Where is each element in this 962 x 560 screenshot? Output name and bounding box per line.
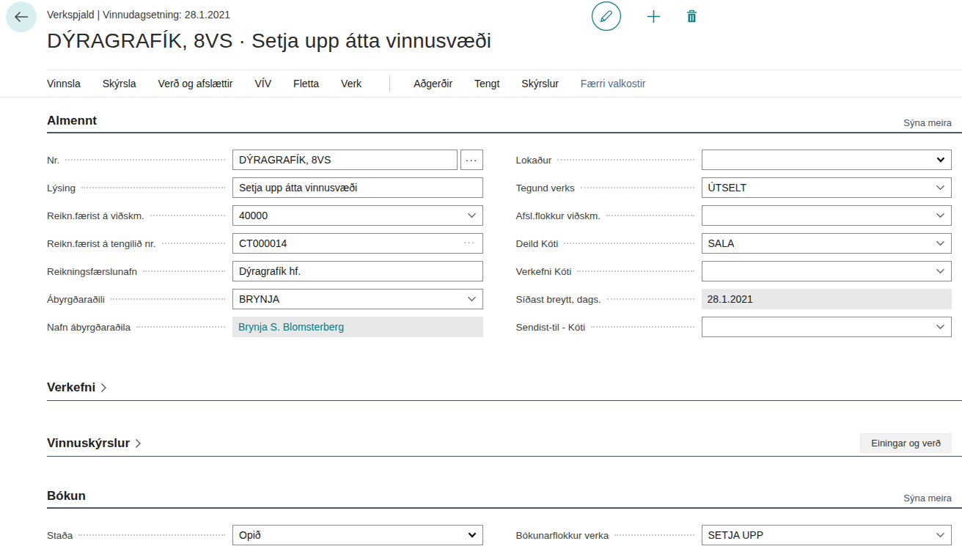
menu-item-ver-og-afsl-ttir[interactable]: Verð og afslættir — [158, 78, 233, 89]
field-label: Tegund verks — [516, 183, 575, 194]
section-header-almennt: Almennt Sýna meira — [47, 114, 962, 133]
chevron-down-icon[interactable] — [467, 296, 477, 303]
field-row-reikningsf-rslunafn: ReikningsfærslunafnDýragrafík hf. — [47, 261, 483, 281]
chevron-down-icon[interactable] — [936, 268, 945, 275]
menu-item-sk-rsla[interactable]: Skýrsla — [103, 78, 136, 89]
section-title[interactable]: Bókun — [47, 489, 86, 504]
section-toggle-vinnuskyrslur[interactable]: Vinnuskýrslur — [47, 436, 142, 451]
field-label-wrap: Nafn ábyrgðaraðila — [47, 322, 232, 333]
field-input[interactable]: CT000014··· — [232, 233, 483, 254]
record-actions — [591, 0, 698, 32]
menu-item-verk[interactable]: Verk — [341, 78, 361, 89]
einingar-og-verd-button[interactable]: Einingar og verð — [860, 433, 952, 453]
trash-icon — [686, 9, 698, 23]
dotted-leader — [591, 326, 694, 328]
field-input: Brynja S. Blomsterberg — [232, 317, 483, 337]
show-more-link[interactable]: Sýna meira — [903, 117, 952, 128]
fewer-options-link[interactable]: Færri valkostir — [581, 78, 646, 89]
menu-item-fletta[interactable]: Fletta — [293, 78, 319, 89]
field-value: SALA — [708, 237, 735, 249]
section-header-bokun: Bókun Sýna meira — [47, 489, 962, 509]
field-row-reikn-f-rist-tengili-nr: Reikn.færist á tengilið nr.CT000014··· — [47, 233, 483, 254]
field-row-tegund-verks: Tegund verksÚTSELT — [516, 177, 952, 198]
fields-left-column: StaðaOpið — [47, 525, 483, 553]
field-control — [702, 261, 952, 281]
select-chevron-icon[interactable] — [468, 532, 477, 539]
field-label-wrap: Staða — [47, 530, 232, 541]
field-input[interactable]: SETJA UPP — [702, 525, 952, 545]
field-input[interactable]: 40000 — [232, 205, 483, 226]
field-input[interactable]: DÝRAGRAFÍK, 8VS — [232, 150, 458, 170]
section-title: Verkefni — [47, 380, 95, 395]
field-label-wrap: Tegund verks — [516, 183, 702, 194]
field-label: Síðast breytt, dags. — [516, 294, 601, 305]
section-header-vinnuskyrslur: Vinnuskýrslur Einingar og verð — [47, 433, 962, 457]
back-button[interactable] — [6, 1, 37, 32]
field-input[interactable] — [702, 317, 952, 337]
menu-item-v-v[interactable]: VÍV — [255, 78, 272, 89]
field-value: BRYNJA — [239, 293, 279, 305]
lookup-ellipsis-icon[interactable]: ··· — [463, 236, 476, 248]
field-control: 40000 — [232, 205, 483, 226]
field-input[interactable]: Opið — [232, 525, 483, 545]
field-label: Sendist-til - Kóti — [516, 322, 586, 333]
field-control: SALA — [702, 233, 952, 254]
field-input[interactable] — [702, 261, 952, 281]
field-label: Lokaður — [516, 155, 552, 166]
chevron-down-icon[interactable] — [936, 213, 945, 219]
field-row-nr: Nr.DÝRAGRAFÍK, 8VS··· — [47, 150, 483, 170]
menu-item-a-ger-ir[interactable]: Aðgerðir — [414, 78, 452, 89]
edit-button[interactable] — [591, 1, 622, 32]
section-toggle-verkefni[interactable]: Verkefni — [47, 380, 107, 395]
field-control: 28.1.2021 — [702, 289, 952, 309]
field-value: ÚTSELT — [708, 182, 747, 194]
field-row-loka-ur: Lokaður — [516, 150, 952, 170]
chevron-right-icon — [100, 383, 107, 393]
chevron-down-icon[interactable] — [936, 532, 945, 539]
chevron-down-icon[interactable] — [467, 213, 477, 219]
field-control: CT000014··· — [232, 233, 483, 254]
field-label: Deild Kóti — [516, 238, 559, 249]
dotted-leader — [607, 298, 694, 300]
field-input[interactable]: Setja upp átta vinnusvæði — [232, 177, 483, 198]
field-input[interactable]: ÚTSELT — [702, 177, 952, 198]
select-chevron-icon[interactable] — [936, 157, 945, 163]
dotted-leader — [614, 534, 694, 536]
field-input[interactable]: Dýragrafík hf. — [232, 261, 483, 281]
chevron-down-icon[interactable] — [936, 324, 945, 331]
menu-item-tengt[interactable]: Tengt — [474, 78, 499, 89]
action-menubar: VinnslaSkýrslaVerð og afslættirVÍVFletta… — [0, 70, 962, 97]
dotted-leader — [111, 298, 225, 300]
show-more-link[interactable]: Sýna meira — [903, 493, 952, 504]
field-input[interactable] — [702, 150, 952, 170]
field-row-byrg-ara-ili: ÁbyrgðaraðiliBRYNJA — [47, 289, 483, 309]
field-row-sta-a: StaðaOpið — [47, 525, 483, 545]
assist-edit-button[interactable]: ··· — [460, 150, 483, 170]
field-control: SETJA UPP — [702, 525, 952, 545]
field-value: Setja upp átta vinnusvæði — [239, 182, 357, 194]
field-value-link[interactable]: Brynja S. Blomsterberg — [238, 321, 344, 333]
section-title[interactable]: Almennt — [47, 114, 97, 128]
field-row-reikn-f-rist-vi-skm: Reikn.færist á viðskm.40000 — [47, 205, 483, 226]
menu-item-sk-rslur[interactable]: Skýrslur — [521, 78, 559, 89]
chevron-down-icon[interactable] — [936, 240, 945, 247]
field-label-wrap: Nr. — [47, 155, 232, 166]
field-row-verkefni-k-ti: Verkefni Kóti — [516, 261, 952, 281]
new-button[interactable] — [647, 10, 661, 23]
field-label-wrap: Afsl.flokkur viðskm. — [516, 210, 702, 221]
breadcrumb[interactable]: Verkspjald | Vinnudagsetning: 28.1.2021 — [47, 9, 230, 21]
dotted-leader — [81, 187, 225, 188]
field-input[interactable] — [702, 205, 952, 226]
field-input[interactable]: BRYNJA — [232, 289, 483, 309]
dotted-leader — [577, 270, 694, 272]
page-title: DÝRAGRAFÍK, 8VS · Setja upp átta vinnusv… — [47, 29, 491, 53]
delete-button[interactable] — [686, 9, 698, 23]
dotted-leader — [78, 534, 225, 536]
field-control: Setja upp átta vinnusvæði — [232, 177, 483, 198]
field-control: Opið — [232, 525, 483, 545]
chevron-down-icon[interactable] — [936, 185, 945, 191]
field-label-wrap: Ábyrgðaraðili — [47, 294, 232, 305]
field-input[interactable]: SALA — [702, 233, 952, 254]
dotted-leader — [557, 159, 694, 161]
menu-item-vinnsla[interactable]: Vinnsla — [47, 78, 81, 89]
